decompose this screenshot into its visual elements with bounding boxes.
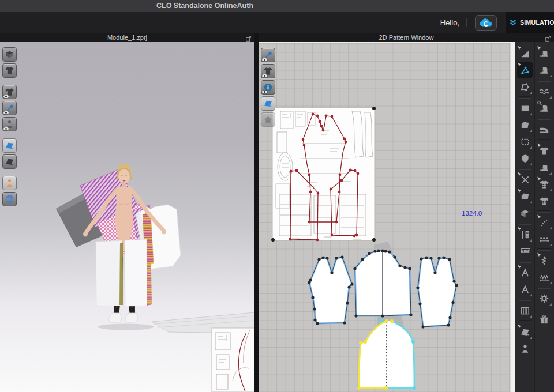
toolbar-gap [2,80,17,83]
toolbar-gap [2,133,17,137]
mesh-surface-button[interactable] [2,154,17,169]
topbar: Hello, SIMULATION [0,12,554,33]
selected-pattern-piece[interactable] [357,319,416,390]
eye-icon [3,111,9,115]
pattern-sheet-image[interactable] [271,107,376,242]
cursor-icon [517,62,522,67]
topbar-divider [466,18,467,27]
edit-curvature-button[interactable] [517,79,533,95]
attach-buttonholes-button[interactable] [537,193,552,209]
cross-point-button[interactable] [517,172,533,187]
pattern-sheet-3d[interactable] [212,328,254,392]
clo-cloud-icon [479,18,493,27]
gift-wrap-button[interactable] [537,312,552,327]
canvas-right-frame [510,43,515,392]
hardware-gear-button[interactable] [537,291,552,306]
toolbar-separator [519,96,531,99]
sew-fabric-button[interactable] [537,160,552,175]
select-transform-button[interactable] [517,46,533,61]
shirring-button[interactable] [537,269,552,285]
show-pins-2d-button[interactable] [261,48,275,62]
panel-3d-title: Module_1.zprj [107,34,147,41]
textured-surface-button[interactable] [2,138,17,153]
segment-sewing-button[interactable] [537,46,552,61]
elastic-button[interactable] [537,252,552,268]
pattern-info-button[interactable] [261,80,275,95]
right-toolbar [515,42,554,392]
show-avatar-button[interactable] [2,117,17,131]
trace-pattern-button[interactable] [517,134,533,149]
clo-application-window: CLO Standalone OnlineAuth Hello, SIMULAT… [0,0,554,392]
grading-fabric-button[interactable] [517,324,533,340]
cursor-icon [517,46,522,51]
fold-fabric-button[interactable] [517,205,533,221]
measurement-value: 1324.0 [462,210,482,217]
text-tool-button[interactable] [517,281,533,297]
show-pins-button[interactable] [2,101,17,115]
pattern-shirt-button[interactable] [2,63,17,78]
toolbar-separator [538,139,551,141]
polygon-pattern-button[interactable] [517,117,533,133]
toolbar-separator [519,223,531,225]
avatar-figure-button[interactable] [517,341,533,356]
show-garment-button[interactable] [2,85,17,99]
mn-sewing-button[interactable] [537,84,552,99]
chevron-double-down-icon [509,18,517,27]
avatar-display-button[interactable] [2,176,17,190]
eye-icon [3,127,9,131]
dart-button[interactable] [517,150,533,166]
wind-globe-button[interactable] [2,192,17,206]
text-annotation-button[interactable] [517,265,533,280]
panel-3d: Module_1.zprj [0,33,254,392]
3d-scene [0,42,254,392]
base-home-locked-button[interactable] [261,112,275,127]
popout-icon[interactable] [245,34,252,41]
edit-pattern-button[interactable] [517,62,533,78]
pleats-button[interactable] [517,303,533,318]
select-garment-button[interactable] [537,143,552,159]
show-pattern-2d-button[interactable] [261,64,275,78]
cursor-icon [537,46,542,51]
greeting-text: Hello, [440,18,459,27]
window-titlebar: CLO Standalone OnlineAuth [0,0,554,12]
pattern-pieces-blue[interactable] [308,249,458,328]
toolbar-gap [2,171,17,174]
attach-buttons-button[interactable] [537,176,552,192]
popout-icon[interactable] [545,34,552,41]
cube-render-button[interactable] [2,47,17,62]
toolbar-2d [261,48,275,127]
rectangle-pattern-button[interactable] [517,100,533,116]
cursor-icon [537,143,542,148]
simulation-button[interactable]: SIMULATION [506,12,554,33]
basting-button[interactable] [537,214,552,230]
cursor-icon [517,324,522,329]
toolbar-separator [519,168,531,170]
eye-icon [261,58,268,62]
toolbar-3d [2,47,17,206]
clo-cloud-button[interactable] [475,15,497,31]
toolbar-separator [519,299,531,301]
tack-button[interactable] [537,231,552,247]
measure-ruler-button[interactable] [517,243,533,259]
check-sewing-button[interactable] [537,100,552,116]
panel-2d: 2D Pattern Window [259,33,554,392]
cursor-icon [537,252,542,258]
magnifier-icon [537,100,542,106]
textured-surface-2d-button[interactable] [261,96,275,111]
toolbar-separator [519,261,531,263]
measure-vertical-button[interactable] [517,227,533,242]
iron-button[interactable] [537,122,552,137]
cursor-icon [517,265,522,270]
pattern-canvas[interactable]: 1324.0 [259,42,515,392]
panel-divider[interactable] [254,33,259,392]
window-title: CLO Standalone OnlineAuth [156,2,253,10]
panel-2d-header: 2D Pattern Window [259,33,554,42]
eye-icon [261,74,268,78]
cursor-icon [537,176,542,182]
toolbar-separator [538,248,551,251]
pattern-outline-button[interactable] [517,189,533,204]
cursor-icon [517,227,522,232]
viewport-3d[interactable] [0,42,254,392]
cursor-icon [517,189,522,194]
free-sewing-button[interactable] [537,62,552,78]
